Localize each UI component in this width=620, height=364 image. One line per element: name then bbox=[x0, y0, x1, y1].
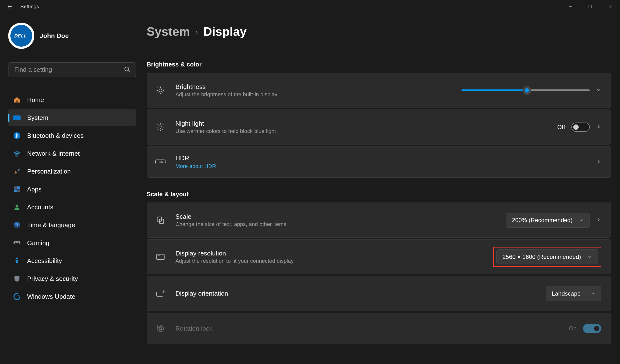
accessibility-icon bbox=[13, 257, 21, 265]
app-title: Settings bbox=[20, 4, 39, 9]
sidebar-item-privacy[interactable]: Privacy & security bbox=[8, 270, 136, 287]
svg-rect-15 bbox=[17, 189, 20, 192]
resolution-subtitle: Adjust the resolution to fit your connec… bbox=[175, 258, 485, 264]
svg-rect-1 bbox=[589, 5, 592, 8]
orientation-dropdown[interactable]: Landscape bbox=[546, 286, 601, 301]
sidebar-item-label: System bbox=[27, 114, 48, 122]
svg-rect-30 bbox=[156, 292, 163, 296]
sidebar-item-accessibility[interactable]: Accessibility bbox=[8, 252, 136, 269]
card-orientation[interactable]: Display orientation Landscape bbox=[147, 276, 611, 311]
brightness-icon bbox=[154, 86, 167, 95]
brightness-title: Brightness bbox=[175, 83, 453, 91]
svg-point-18 bbox=[18, 242, 19, 243]
svg-point-19 bbox=[19, 243, 20, 244]
resolution-highlight: 2560 × 1600 (Recommended) bbox=[493, 247, 601, 267]
night-light-icon bbox=[154, 123, 167, 132]
resolution-value: 2560 × 1600 (Recommended) bbox=[502, 254, 581, 260]
sidebar-item-label: Time & language bbox=[27, 221, 75, 229]
orientation-icon bbox=[154, 290, 167, 298]
sidebar-item-personalization[interactable]: Personalization bbox=[8, 163, 136, 180]
main-content: System › Display Brightness & color Brig… bbox=[144, 13, 620, 364]
window-controls bbox=[560, 0, 620, 13]
system-icon bbox=[13, 114, 21, 122]
sidebar-item-network[interactable]: Network & internet bbox=[8, 145, 136, 162]
sidebar-item-apps[interactable]: Apps bbox=[8, 181, 136, 198]
rotation-lock-toggle bbox=[583, 324, 601, 333]
svg-point-22 bbox=[159, 89, 162, 92]
svg-rect-28 bbox=[156, 254, 164, 260]
sidebar-item-label: Windows Update bbox=[27, 293, 75, 300]
night-light-toggle[interactable] bbox=[571, 123, 590, 132]
card-scale[interactable]: Scale Change the size of text, apps, and… bbox=[147, 203, 611, 238]
hdr-title: HDR bbox=[175, 154, 588, 162]
sidebar-item-time[interactable]: Time & language bbox=[8, 217, 136, 233]
network-icon bbox=[13, 150, 21, 157]
chevron-right-icon[interactable] bbox=[596, 159, 601, 165]
resolution-dropdown[interactable]: 2560 × 1600 (Recommended) bbox=[496, 249, 598, 264]
personalization-icon bbox=[13, 167, 21, 175]
sidebar-item-label: Accessibility bbox=[27, 257, 62, 265]
sidebar-item-label: Home bbox=[27, 96, 44, 104]
breadcrumb-level1[interactable]: System bbox=[147, 25, 190, 39]
card-night-light[interactable]: Night light Use warmer colors to help bl… bbox=[147, 109, 611, 145]
back-button[interactable] bbox=[4, 1, 15, 12]
chevron-down-icon[interactable] bbox=[596, 87, 601, 93]
svg-rect-7 bbox=[16, 101, 18, 103]
hdr-icon: HDR bbox=[154, 158, 167, 166]
privacy-icon bbox=[13, 275, 21, 283]
night-light-title: Night light bbox=[175, 120, 549, 127]
breadcrumb: System › Display bbox=[147, 25, 611, 39]
sidebar-item-label: Personalization bbox=[27, 168, 71, 175]
sidebar-item-gaming[interactable]: Gaming bbox=[8, 234, 136, 251]
update-icon bbox=[13, 293, 21, 300]
chevron-right-icon[interactable] bbox=[596, 124, 601, 130]
search-box[interactable] bbox=[8, 62, 136, 77]
sidebar-item-bluetooth[interactable]: Bluetooth & devices bbox=[8, 127, 136, 144]
search-input[interactable] bbox=[8, 62, 136, 77]
night-light-subtitle: Use warmer colors to help block blue lig… bbox=[175, 128, 549, 134]
titlebar: Settings bbox=[0, 0, 620, 13]
brightness-slider[interactable] bbox=[462, 89, 590, 91]
gaming-icon bbox=[13, 239, 21, 247]
sidebar: DELL John Doe Home System Bluetooth & de… bbox=[0, 13, 144, 364]
hdr-link[interactable]: More about HDR bbox=[175, 163, 588, 169]
time-icon bbox=[13, 221, 21, 229]
resolution-title: Display resolution bbox=[175, 250, 485, 257]
home-icon bbox=[13, 96, 21, 104]
scale-title: Scale bbox=[175, 213, 498, 220]
minimize-button[interactable] bbox=[560, 0, 580, 13]
resolution-icon bbox=[154, 253, 167, 261]
sidebar-item-system[interactable]: System bbox=[8, 109, 136, 126]
page-title: Display bbox=[203, 25, 247, 39]
chevron-right-icon[interactable] bbox=[596, 217, 601, 223]
sidebar-item-home[interactable]: Home bbox=[8, 91, 136, 108]
accounts-icon bbox=[13, 203, 21, 211]
scale-dropdown[interactable]: 200% (Recommended) bbox=[506, 213, 590, 228]
card-brightness[interactable]: Brightness Adjust the brightness of the … bbox=[147, 73, 611, 108]
section-scale-title: Scale & layout bbox=[147, 191, 611, 198]
svg-point-10 bbox=[14, 132, 20, 139]
scale-value: 200% (Recommended) bbox=[512, 217, 573, 224]
svg-point-23 bbox=[159, 125, 162, 129]
card-rotation-lock: Rotation lock On bbox=[147, 313, 611, 344]
account-name: John Doe bbox=[40, 32, 69, 40]
sidebar-item-label: Apps bbox=[27, 186, 42, 193]
chevron-right-icon: › bbox=[195, 27, 198, 36]
close-button[interactable] bbox=[600, 0, 620, 13]
brightness-subtitle: Adjust the brightness of the built-in di… bbox=[175, 91, 453, 98]
account-header[interactable]: DELL John Doe bbox=[8, 23, 136, 49]
maximize-button[interactable] bbox=[580, 0, 600, 13]
card-resolution[interactable]: Display resolution Adjust the resolution… bbox=[147, 239, 611, 274]
svg-rect-31 bbox=[159, 328, 162, 330]
sidebar-item-update[interactable]: Windows Update bbox=[8, 288, 136, 305]
svg-rect-12 bbox=[14, 186, 17, 189]
section-brightness-title: Brightness & color bbox=[147, 61, 611, 68]
sidebar-item-label: Network & internet bbox=[27, 150, 80, 157]
svg-rect-13 bbox=[17, 186, 20, 189]
sidebar-item-label: Gaming bbox=[27, 239, 49, 247]
svg-rect-29 bbox=[158, 255, 160, 257]
rotation-lock-icon bbox=[154, 324, 167, 333]
orientation-title: Display orientation bbox=[175, 290, 538, 297]
sidebar-item-accounts[interactable]: Accounts bbox=[8, 199, 136, 216]
card-hdr[interactable]: HDR HDR More about HDR bbox=[147, 146, 611, 178]
